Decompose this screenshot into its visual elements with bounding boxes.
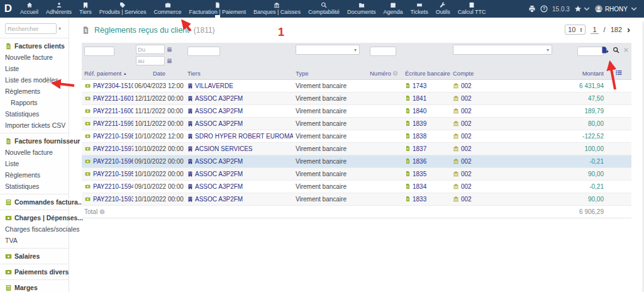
payment-ref-link[interactable]: PAY2210-1598 — [93, 133, 133, 140]
bank-account-link[interactable]: 002 — [461, 145, 472, 152]
nav-item-documents[interactable]: Documents — [343, 0, 380, 18]
payment-ref-link[interactable]: PAY2211-1601 — [93, 95, 133, 102]
sidebar-item-charges-fiscales-sociales[interactable]: Charges fiscales/sociales — [5, 225, 65, 233]
bookmarks-menu[interactable] — [574, 5, 591, 13]
sidebar-item-tva[interactable]: TVA — [5, 237, 65, 244]
table-row[interactable]: PAY2210-159510/10/2022 00:00ASSOC A3P2FM… — [82, 168, 631, 181]
sidebar-item-liste[interactable]: Liste — [5, 65, 65, 72]
company-link[interactable]: ASSOC A3P2FM — [195, 120, 243, 127]
nav-item-agenda[interactable]: Agenda — [379, 0, 406, 18]
col-date[interactable]: Date — [133, 67, 185, 80]
filter-compte-select[interactable] — [453, 45, 552, 55]
table-row[interactable]: PAY2211-160112/11/2022 00:00ASSOC A3P2FM… — [82, 93, 631, 105]
bank-entry-link[interactable]: 1841 — [413, 95, 426, 102]
table-row[interactable]: PAY2211-160011/11/2022 00:00ASSOC A3P2FM… — [82, 105, 631, 118]
payment-ref-link[interactable]: PAY2210-1594 — [93, 183, 133, 190]
page-size-select[interactable]: 10 — [565, 25, 586, 35]
sidebar-item-liste[interactable]: Liste — [5, 160, 65, 167]
col-numero[interactable]: Numéro — [367, 67, 402, 80]
help-icon[interactable] — [540, 5, 548, 13]
company-link[interactable]: ACSION SERVICES — [195, 145, 253, 152]
column-selector-icon[interactable] — [615, 69, 623, 76]
nav-item-outils[interactable]: Outils — [432, 0, 454, 18]
col-type[interactable]: Type — [293, 67, 367, 80]
company-link[interactable]: ASSOC A3P2FM — [195, 95, 243, 102]
search-options-caret-icon[interactable]: ▾ — [58, 26, 61, 31]
company-link[interactable]: ASSOC A3P2FM — [195, 171, 243, 177]
sidebar-item-statistiques[interactable]: Statistiques — [5, 110, 65, 118]
filter-montant-input[interactable] — [577, 47, 604, 56]
search-input[interactable] — [5, 23, 57, 34]
company-link[interactable]: ASSOC A3P2FM — [195, 196, 243, 203]
sidebar-item-reglements[interactable]: Règlements — [5, 87, 65, 95]
bank-account-link[interactable]: 002 — [461, 171, 472, 177]
bank-entry-link[interactable]: 1840 — [413, 108, 426, 115]
table-row[interactable]: PAY2211-159910/11/2022 00:00ASSOC A3P2FM… — [82, 118, 631, 130]
col-ref[interactable]: Réf. paiement — [82, 67, 133, 80]
export-icon[interactable] — [601, 46, 609, 54]
sidebar-item-nouvelle-facture[interactable]: Nouvelle facture — [5, 53, 65, 61]
calendar-icon[interactable] — [167, 58, 172, 64]
sidebar-section-salaires[interactable]: Salaires — [5, 252, 65, 260]
payment-ref-link[interactable]: PAY2210-1595 — [93, 171, 133, 177]
print-icon[interactable] — [528, 5, 536, 13]
sidebar-item-rapports[interactable]: Rapports — [5, 99, 65, 106]
sidebar-item-importer-tickets-csv[interactable]: Importer tickets CSV — [5, 121, 65, 129]
bank-entry-link[interactable]: 1835 — [413, 171, 426, 177]
payment-ref-link[interactable]: PAY2211-1600 — [93, 108, 133, 115]
table-row[interactable]: PAY2210-159409/10/2022 00:00ASSOC A3P2FM… — [82, 181, 631, 193]
nav-item-tiers[interactable]: Tiers — [75, 0, 96, 18]
payment-ref-link[interactable]: PAY2211-1599 — [93, 120, 133, 127]
table-row[interactable]: PAY2210-159710/10/2022 00:00ACSION SERVI… — [82, 143, 631, 155]
sidebar-section-paiements-divers[interactable]: Paiements divers — [5, 268, 65, 276]
nav-item-comptabilite[interactable]: Comptabilité — [304, 0, 343, 18]
bank-entry-link[interactable]: 1743 — [413, 82, 426, 89]
filter-tiers-input[interactable] — [187, 47, 220, 56]
filter-date-from-input[interactable] — [136, 45, 165, 54]
filter-numero-input[interactable] — [370, 47, 396, 56]
bank-entry-link[interactable]: 1838 — [413, 133, 426, 140]
calendar-icon[interactable] — [167, 47, 172, 52]
bank-account-link[interactable]: 002 — [461, 183, 472, 190]
bank-entry-link[interactable]: 1836 — [413, 158, 426, 165]
bank-entry-link[interactable]: 1834 — [413, 183, 426, 190]
sidebar-section-factures-clients[interactable]: Factures clients — [5, 42, 65, 50]
apply-filter-icon[interactable] — [613, 47, 619, 53]
sidebar-section-factures-fournisseur[interactable]: Factures fournisseur — [5, 137, 65, 145]
bank-entry-link[interactable]: 1839 — [413, 120, 426, 127]
user-menu[interactable]: RHONY — [595, 5, 638, 13]
table-row[interactable]: PAY2210-159310/10/2022 00:00ASSOC A3P2FM… — [82, 193, 631, 206]
table-row[interactable]: PAY2304-151006/04/2023 12:00VILLAVERDEVi… — [82, 80, 631, 93]
nav-item-facturation-paiement[interactable]: Facturation | Paiement — [186, 0, 250, 18]
nav-item-accueil[interactable]: Accueil — [16, 0, 42, 18]
filter-type-select[interactable] — [296, 45, 360, 55]
app-logo[interactable]: D — [0, 0, 16, 18]
table-row[interactable]: PAY2210-159609/10/2022 00:00ASSOC A3P2FM… — [82, 155, 631, 168]
nav-item-banques-caisses[interactable]: Banques | Caisses — [250, 0, 304, 18]
payment-ref-link[interactable]: PAY2304-1510 — [93, 82, 133, 89]
sidebar-item-nouvelle-facture[interactable]: Nouvelle facture — [5, 149, 65, 156]
company-link[interactable]: SDRO HYPER ROBERT EUROMA... — [195, 133, 293, 140]
sidebar-section-charges-depenses[interactable]: Charges | Dépenses... — [5, 214, 65, 222]
bank-account-link[interactable]: 002 — [461, 95, 472, 102]
next-page-button[interactable] — [627, 26, 630, 33]
company-link[interactable]: ASSOC A3P2FM — [195, 158, 243, 165]
sidebar-item-reglements[interactable]: Règlements — [5, 171, 65, 179]
sidebar-item-statistiques[interactable]: Statistiques — [5, 182, 65, 190]
bank-account-link[interactable]: 002 — [461, 120, 472, 127]
nav-item-adherents[interactable]: Adhérents — [42, 0, 75, 18]
filter-ref-input[interactable] — [84, 47, 114, 56]
page-title[interactable]: Règlements reçus du client — [94, 26, 189, 35]
nav-item-produits-services[interactable]: Produits | Services — [96, 0, 150, 18]
bank-entry-link[interactable]: 1833 — [413, 196, 426, 203]
bank-account-link[interactable]: 002 — [461, 108, 472, 115]
col-ecriture[interactable]: Écriture bancaire — [402, 67, 450, 80]
bank-account-link[interactable]: 002 — [461, 82, 472, 89]
sidebar-section-commandes-factura[interactable]: Commandes factura... — [5, 198, 65, 206]
sidebar-item-liste-des-modeles[interactable]: Liste des modèles — [5, 76, 65, 84]
bank-account-link[interactable]: 002 — [461, 196, 472, 203]
col-compte[interactable]: Compte — [450, 67, 558, 80]
current-page[interactable]: 1 — [591, 26, 598, 34]
filter-date-to-input[interactable] — [136, 56, 165, 65]
col-tiers[interactable]: Tiers — [185, 67, 293, 80]
